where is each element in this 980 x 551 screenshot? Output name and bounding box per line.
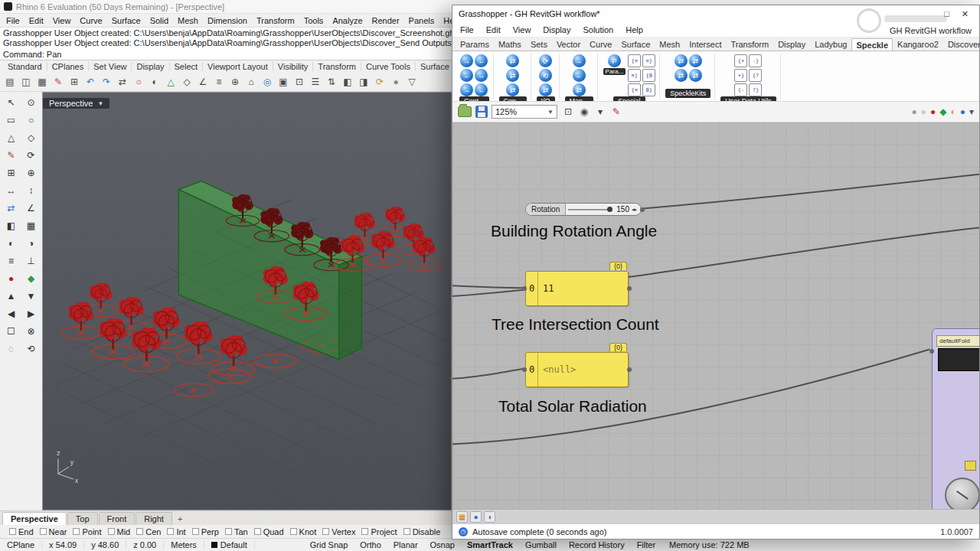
- rhino-side-toolbar-icon[interactable]: ⊙: [22, 94, 41, 111]
- status-toggle[interactable]: Ortho: [354, 540, 387, 549]
- rhino-side-toolbar-icon[interactable]: ∠: [22, 200, 41, 217]
- grasshopper-menu-item[interactable]: File: [454, 24, 480, 36]
- save-file-icon[interactable]: [475, 106, 488, 118]
- viewport-tab[interactable]: Front: [99, 512, 136, 525]
- osnap-checkbox[interactable]: Mid: [108, 527, 131, 536]
- speckle-component-icon[interactable]: ≡}: [628, 69, 641, 82]
- rhino-side-toolbar-icon[interactable]: ◧: [2, 217, 21, 234]
- side-component-partial[interactable]: defaultFold: [932, 328, 979, 509]
- speckle-component-icon[interactable]: {+: [734, 54, 747, 67]
- component-category-tab[interactable]: Speckle: [851, 38, 893, 51]
- grasshopper-menu-item[interactable]: Solution: [577, 24, 619, 36]
- rhino-side-toolbar-icon[interactable]: ☐: [2, 323, 21, 340]
- display-mode-icon[interactable]: ●: [921, 106, 926, 117]
- rhino-menu-item[interactable]: File: [2, 15, 24, 26]
- rhino-toolbar-icon[interactable]: ◫: [18, 74, 34, 90]
- component-category-tab[interactable]: Ladybug: [810, 37, 851, 51]
- status-toggle[interactable]: Filter: [631, 540, 662, 549]
- rhino-toolbar-icon[interactable]: ⌂: [243, 74, 259, 90]
- rhino-side-toolbar-icon[interactable]: ◐: [2, 235, 21, 252]
- rhino-menu-item[interactable]: Panels: [404, 15, 439, 26]
- speckle-component-icon[interactable]: ←: [573, 69, 586, 82]
- status-toggle[interactable]: SmartTrack: [461, 540, 519, 549]
- speckle-component-icon[interactable]: →: [460, 83, 473, 96]
- speckle-component-icon[interactable]: →: [475, 69, 488, 82]
- rhino-menu-item[interactable]: Analyze: [328, 15, 367, 26]
- rhino-toolbar-icon[interactable]: ◧: [340, 74, 355, 90]
- zoom-combo[interactable]: 125% ▼: [492, 105, 557, 119]
- rhino-side-toolbar-icon[interactable]: ◆: [22, 270, 41, 287]
- rhino-toolbar-tab[interactable]: Select: [170, 62, 204, 71]
- rhino-toolbar-tab[interactable]: Transform: [313, 62, 361, 71]
- rhino-toolbar-icon[interactable]: ↷: [99, 74, 114, 90]
- rhino-toolbar-tab[interactable]: Surface Tools: [416, 62, 452, 71]
- ribbon-group-label[interactable]: I/O: [537, 96, 555, 102]
- grasshopper-menu-item[interactable]: Help: [619, 24, 649, 36]
- rhino-toolbar-icon[interactable]: ◨: [356, 74, 371, 90]
- rhino-toolbar-icon[interactable]: ◎: [260, 74, 275, 90]
- osnap-checkbox[interactable]: Cen: [136, 527, 161, 536]
- rhino-toolbar-icon[interactable]: ✎: [51, 74, 66, 90]
- rhino-side-toolbar-icon[interactable]: ↔: [2, 182, 21, 199]
- rhino-toolbar-icon[interactable]: ⊞: [67, 74, 82, 90]
- osnap-checkbox[interactable]: Tan: [225, 527, 248, 536]
- rhino-toolbar-icon[interactable]: ▦: [34, 74, 50, 90]
- rhino-side-toolbar-icon[interactable]: ▦: [22, 217, 41, 234]
- ribbon-group-label[interactable]: User Data Utils: [720, 96, 776, 102]
- window-control-button[interactable]: ✕: [962, 9, 969, 19]
- osnap-checkbox[interactable]: End: [9, 527, 34, 536]
- speckle-component-icon[interactable]: {-: [734, 83, 747, 96]
- rhino-side-toolbar-icon[interactable]: ⟲: [22, 341, 41, 357]
- component-category-tab[interactable]: Mesh: [655, 37, 684, 51]
- canvas-toolbar-icon[interactable]: ◉: [577, 105, 591, 119]
- panel-tree-intersection[interactable]: {0} 0 11: [525, 271, 629, 306]
- component-category-tab[interactable]: Intersect: [684, 37, 726, 51]
- rhino-toolbar-icon[interactable]: ▽: [404, 74, 420, 90]
- viewport-3d-scene[interactable]: z y x: [43, 93, 451, 510]
- rhino-toolbar-icon[interactable]: ↶: [83, 74, 98, 90]
- rhino-side-toolbar-icon[interactable]: ⊗: [22, 323, 41, 340]
- rhino-side-toolbar-icon[interactable]: ⊥: [22, 253, 41, 269]
- rhino-side-toolbar-icon[interactable]: ⟳: [22, 147, 41, 164]
- rhino-side-toolbar-icon[interactable]: ▭: [2, 112, 21, 129]
- viewport-tab[interactable]: Perspective: [2, 512, 67, 525]
- rhino-toolbar-tab[interactable]: Curve Tools: [361, 62, 416, 71]
- speckle-component-icon[interactable]: 0}: [642, 83, 655, 96]
- osnap-checkbox[interactable]: Knot: [290, 527, 317, 536]
- grasshopper-menu-item[interactable]: View: [507, 24, 537, 36]
- rhino-menu-item[interactable]: Transform: [252, 15, 299, 26]
- speckle-component-icon[interactable]: ⟳: [539, 54, 552, 67]
- speckle-component-icon[interactable]: ←: [475, 83, 488, 96]
- rhino-menu-item[interactable]: Edit: [24, 15, 48, 26]
- speckle-component-icon[interactable]: ⇄: [675, 69, 688, 82]
- display-mode-icon[interactable]: ●: [911, 106, 916, 117]
- rhino-toolbar-icon[interactable]: ▤: [2, 74, 18, 90]
- speckle-component-icon[interactable]: -}: [749, 54, 762, 67]
- rhino-command-prompt[interactable]: Command: Pan: [0, 48, 452, 60]
- rhino-toolbar-icon[interactable]: ⊡: [292, 74, 307, 90]
- display-mode-icon[interactable]: ●: [930, 106, 936, 117]
- rhino-menu-item[interactable]: Dimension: [203, 15, 252, 26]
- rhino-side-toolbar-icon[interactable]: ⊞: [2, 165, 21, 181]
- speckle-component-icon[interactable]: ←: [460, 69, 473, 82]
- speckle-component-icon[interactable]: ←: [475, 54, 488, 67]
- rhino-side-toolbar-icon[interactable]: ○: [22, 112, 41, 129]
- rhino-toolbar-icon[interactable]: ☰: [308, 74, 323, 90]
- speckle-component-icon[interactable]: +}: [734, 69, 747, 82]
- display-mode-icon[interactable]: ◆: [939, 106, 946, 117]
- rhino-side-toolbar-icon[interactable]: ▲: [2, 288, 21, 305]
- component-category-tab[interactable]: Kangaroo2: [893, 37, 943, 51]
- ribbon-group-label[interactable]: SpeckleKits: [665, 89, 710, 98]
- rhino-side-toolbar-icon[interactable]: ●: [2, 270, 21, 287]
- para-chip-label[interactable]: Para...: [603, 68, 626, 75]
- osnap-checkbox[interactable]: Quad: [254, 527, 284, 536]
- osnap-checkbox[interactable]: Point: [73, 527, 101, 536]
- speckle-component-icon[interactable]: {≡: [628, 54, 641, 67]
- rhino-toolbar-tab[interactable]: CPlanes: [47, 62, 90, 71]
- display-mode-icon[interactable]: ●: [960, 106, 965, 117]
- units-cell[interactable]: Meters: [164, 540, 204, 549]
- rhino-menu-item[interactable]: Curve: [75, 15, 106, 26]
- rhino-toolbar-tab[interactable]: Visibility: [273, 62, 314, 71]
- rhino-menu-item[interactable]: Render: [368, 15, 404, 26]
- grasshopper-menu-item[interactable]: Edit: [480, 24, 507, 36]
